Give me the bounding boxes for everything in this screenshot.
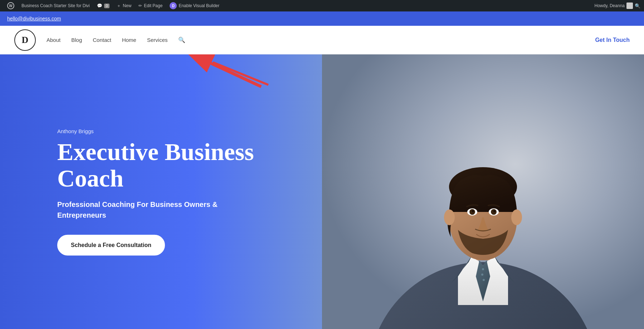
schedule-consultation-button[interactable]: Schedule a Free Consultation (57, 235, 165, 256)
svg-point-12 (472, 210, 474, 212)
hero-title: Executive Business Coach (57, 138, 254, 192)
site-header: D About Blog Contact Home Services 🔍 Get… (0, 26, 644, 54)
comment-count: 0 (104, 4, 110, 8)
svg-point-14 (444, 209, 455, 225)
nav-blog[interactable]: Blog (71, 37, 82, 43)
hero-person-name: Anthony Briggs (57, 128, 254, 134)
logo-letter: D (22, 35, 29, 45)
email-link[interactable]: hello@divibusiness.com (7, 16, 61, 21)
svg-point-3 (481, 274, 483, 276)
nav-search-icon[interactable]: 🔍 (178, 37, 185, 43)
site-name-item[interactable]: Business Coach Starter Site for Divi (18, 0, 93, 11)
hero-section: Anthony Briggs Executive Business Coach … (0, 54, 644, 329)
svg-point-4 (483, 279, 485, 281)
hero-description: Professional Coaching For Business Owner… (57, 199, 250, 221)
visual-builder-item[interactable]: D Enable Visual Builder (166, 0, 223, 11)
wp-logo-icon: W (7, 2, 14, 9)
edit-page-item[interactable]: ✏ Edit Page (135, 0, 166, 11)
nav-services[interactable]: Services (147, 37, 168, 43)
new-item[interactable]: ＋ New (113, 0, 135, 11)
svg-line-18 (213, 62, 268, 85)
admin-avatar[interactable] (626, 3, 633, 9)
comments-item[interactable]: 💬 0 (93, 0, 113, 11)
hero-title-line1: Executive Business (57, 138, 254, 165)
admin-search-icon[interactable]: 🔍 (635, 3, 640, 9)
edit-page-label: Edit Page (144, 3, 162, 8)
howdy-text: Howdy, Deanna (595, 3, 625, 8)
hero-portrait (322, 54, 644, 329)
wp-admin-bar: W Business Coach Starter Site for Divi 💬… (0, 0, 644, 11)
site-nav: About Blog Contact Home Services 🔍 (47, 37, 595, 43)
svg-point-15 (511, 209, 522, 225)
pencil-icon: ✏ (138, 3, 142, 8)
svg-point-2 (482, 268, 484, 270)
new-label: New (123, 3, 131, 8)
admin-bar-right: Howdy, Deanna 🔍 (595, 3, 641, 9)
site-logo[interactable]: D (14, 29, 36, 51)
svg-line-17 (211, 63, 261, 87)
top-bar: hello@divibusiness.com (0, 11, 644, 26)
visual-builder-label: Enable Visual Builder (179, 3, 219, 8)
hero-content: Anthony Briggs Executive Business Coach … (57, 128, 254, 256)
get-in-touch-button[interactable]: Get In Touch (595, 37, 630, 43)
visual-builder-icon: D (170, 2, 177, 9)
svg-point-13 (493, 210, 496, 212)
hero-title-line2: Coach (57, 165, 123, 192)
nav-home[interactable]: Home (122, 37, 136, 43)
nav-about[interactable]: About (47, 37, 60, 43)
nav-contact[interactable]: Contact (93, 37, 111, 43)
plus-icon: ＋ (117, 3, 121, 9)
wp-logo-item[interactable]: W (4, 0, 18, 11)
site-name-label: Business Coach Starter Site for Divi (21, 3, 90, 8)
comment-icon: 💬 (97, 3, 102, 8)
